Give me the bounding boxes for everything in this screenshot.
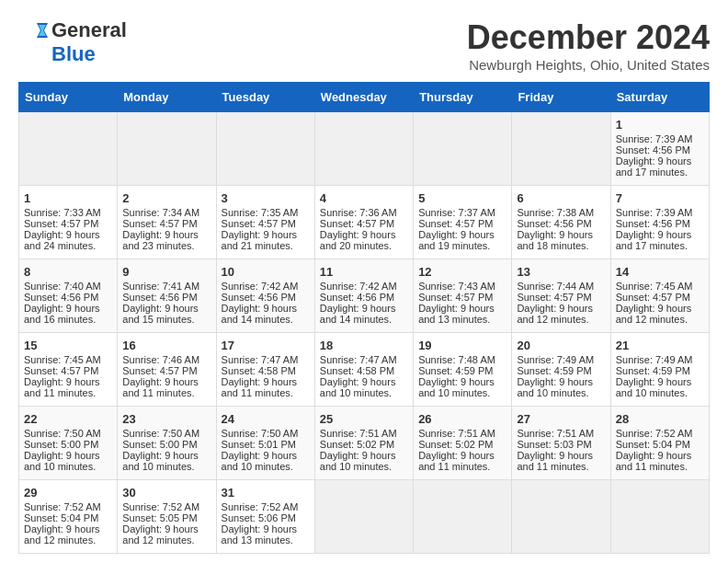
daylight: Daylight: 9 hours and 12 minutes. (517, 303, 593, 325)
sunrise: Sunrise: 7:52 AM (616, 428, 693, 439)
calendar-cell: 28Sunrise: 7:52 AMSunset: 5:04 PMDayligh… (610, 407, 709, 480)
calendar-cell: 22Sunrise: 7:50 AMSunset: 5:00 PMDayligh… (19, 407, 118, 480)
daylight: Daylight: 9 hours and 10 minutes. (418, 376, 495, 398)
sunrise: Sunrise: 7:46 AM (122, 354, 199, 365)
day-number: 14 (616, 265, 704, 279)
sunset: Sunset: 4:56 PM (616, 144, 690, 155)
daylight: Daylight: 9 hours and 19 minutes. (418, 229, 495, 251)
daylight: Daylight: 9 hours and 11 minutes. (616, 450, 692, 472)
sunrise: Sunrise: 7:43 AM (418, 281, 495, 292)
daylight: Daylight: 9 hours and 11 minutes. (418, 450, 495, 472)
sunrise: Sunrise: 7:52 AM (24, 501, 101, 512)
day-number: 16 (122, 339, 210, 352)
daylight: Daylight: 9 hours and 20 minutes. (320, 229, 396, 251)
day-number: 9 (122, 265, 210, 279)
sunset: Sunset: 5:02 PM (320, 439, 394, 450)
calendar-cell (216, 112, 314, 186)
header-sunday: Sunday (19, 83, 118, 112)
calendar-cell: 11Sunrise: 7:42 AMSunset: 4:56 PMDayligh… (314, 259, 413, 333)
sunrise: Sunrise: 7:47 AM (320, 354, 397, 365)
day-number: 11 (320, 265, 408, 279)
header-friday: Friday (512, 83, 610, 112)
calendar-cell: 18Sunrise: 7:47 AMSunset: 4:58 PMDayligh… (314, 333, 413, 407)
sunset: Sunset: 5:00 PM (122, 439, 197, 450)
sunrise: Sunrise: 7:39 AM (616, 207, 693, 218)
calendar-cell: 7Sunrise: 7:39 AMSunset: 4:56 PMDaylight… (610, 186, 709, 259)
daylight: Daylight: 9 hours and 10 minutes. (222, 450, 298, 472)
calendar-cell: 15Sunrise: 7:45 AMSunset: 4:57 PMDayligh… (19, 333, 118, 407)
day-number: 20 (517, 339, 605, 352)
week-row-3: 15Sunrise: 7:45 AMSunset: 4:57 PMDayligh… (19, 333, 710, 407)
sunrise: Sunrise: 7:49 AM (616, 354, 693, 365)
week-row-2: 8Sunrise: 7:40 AMSunset: 4:56 PMDaylight… (19, 259, 710, 333)
day-number: 1 (24, 191, 112, 205)
daylight: Daylight: 9 hours and 10 minutes. (517, 376, 593, 398)
sunrise: Sunrise: 7:45 AM (616, 281, 693, 292)
sunset: Sunset: 4:59 PM (517, 365, 591, 376)
calendar-cell: 31Sunrise: 7:52 AMSunset: 5:06 PMDayligh… (216, 480, 314, 554)
day-number: 18 (320, 339, 408, 352)
daylight: Daylight: 9 hours and 10 minutes. (616, 376, 692, 398)
day-number: 21 (616, 339, 704, 352)
day-number: 27 (517, 412, 605, 426)
page-header: General Blue December 2024 Newburgh Heig… (18, 18, 710, 73)
day-number: 22 (24, 412, 112, 426)
sunset: Sunset: 5:00 PM (24, 439, 98, 450)
daylight: Daylight: 9 hours and 11 minutes. (24, 376, 100, 398)
day-number: 1 (616, 118, 704, 132)
sunrise: Sunrise: 7:45 AM (24, 354, 101, 365)
sunrise: Sunrise: 7:42 AM (222, 281, 299, 292)
calendar-cell: 16Sunrise: 7:46 AMSunset: 4:57 PMDayligh… (118, 333, 216, 407)
daylight: Daylight: 9 hours and 18 minutes. (517, 229, 593, 251)
day-number: 31 (222, 486, 310, 500)
daylight: Daylight: 9 hours and 11 minutes. (222, 376, 298, 398)
week-row-4: 22Sunrise: 7:50 AMSunset: 5:00 PMDayligh… (19, 407, 710, 480)
calendar-cell: 12Sunrise: 7:43 AMSunset: 4:57 PMDayligh… (414, 259, 512, 333)
daylight: Daylight: 9 hours and 16 minutes. (24, 303, 100, 325)
header-wednesday: Wednesday (314, 83, 413, 112)
logo-icon (18, 19, 48, 41)
calendar-cell: 10Sunrise: 7:42 AMSunset: 4:56 PMDayligh… (216, 259, 314, 333)
calendar-cell: 5Sunrise: 7:37 AMSunset: 4:57 PMDaylight… (414, 186, 512, 259)
day-number: 17 (222, 339, 310, 352)
calendar-cell (414, 112, 512, 186)
daylight: Daylight: 9 hours and 11 minutes. (517, 450, 593, 472)
daylight: Daylight: 9 hours and 17 minutes. (616, 229, 692, 251)
day-number: 2 (122, 191, 210, 205)
header-saturday: Saturday (610, 83, 709, 112)
sunrise: Sunrise: 7:44 AM (517, 281, 594, 292)
sunset: Sunset: 4:57 PM (616, 292, 690, 303)
logo-text-blue: Blue (51, 42, 96, 66)
day-number: 19 (418, 339, 506, 352)
calendar-cell: 13Sunrise: 7:44 AMSunset: 4:57 PMDayligh… (512, 259, 610, 333)
sunrise: Sunrise: 7:49 AM (517, 354, 594, 365)
day-number: 23 (122, 412, 210, 426)
day-number: 10 (222, 265, 310, 279)
sunset: Sunset: 5:06 PM (222, 512, 296, 523)
daylight: Daylight: 9 hours and 13 minutes. (222, 523, 298, 546)
sunset: Sunset: 4:57 PM (418, 218, 493, 229)
svg-marker-1 (39, 25, 46, 36)
day-number: 24 (222, 412, 310, 426)
calendar-cell: 9Sunrise: 7:41 AMSunset: 4:56 PMDaylight… (118, 259, 216, 333)
sunrise: Sunrise: 7:50 AM (24, 428, 101, 439)
calendar-cell: 23Sunrise: 7:50 AMSunset: 5:00 PMDayligh… (118, 407, 216, 480)
daylight: Daylight: 9 hours and 17 minutes. (616, 155, 692, 178)
day-number: 13 (517, 265, 605, 279)
calendar-cell: 19Sunrise: 7:48 AMSunset: 4:59 PMDayligh… (414, 333, 512, 407)
sunset: Sunset: 5:04 PM (24, 512, 98, 523)
calendar-cell: 21Sunrise: 7:49 AMSunset: 4:59 PMDayligh… (610, 333, 709, 407)
sunrise: Sunrise: 7:33 AM (24, 207, 101, 218)
calendar-cell: 17Sunrise: 7:47 AMSunset: 4:58 PMDayligh… (216, 333, 314, 407)
calendar-cell: 6Sunrise: 7:38 AMSunset: 4:56 PMDaylight… (512, 186, 610, 259)
sunrise: Sunrise: 7:39 AM (616, 133, 693, 144)
sunrise: Sunrise: 7:51 AM (418, 428, 495, 439)
calendar-cell: 29Sunrise: 7:52 AMSunset: 5:04 PMDayligh… (19, 480, 118, 554)
daylight: Daylight: 9 hours and 24 minutes. (24, 229, 100, 251)
calendar-cell (314, 112, 413, 186)
daylight: Daylight: 9 hours and 21 minutes. (222, 229, 298, 251)
sunset: Sunset: 5:04 PM (616, 439, 690, 450)
calendar-cell (512, 112, 610, 186)
day-number: 6 (517, 191, 605, 205)
calendar-table: SundayMondayTuesdayWednesdayThursdayFrid… (18, 82, 710, 554)
